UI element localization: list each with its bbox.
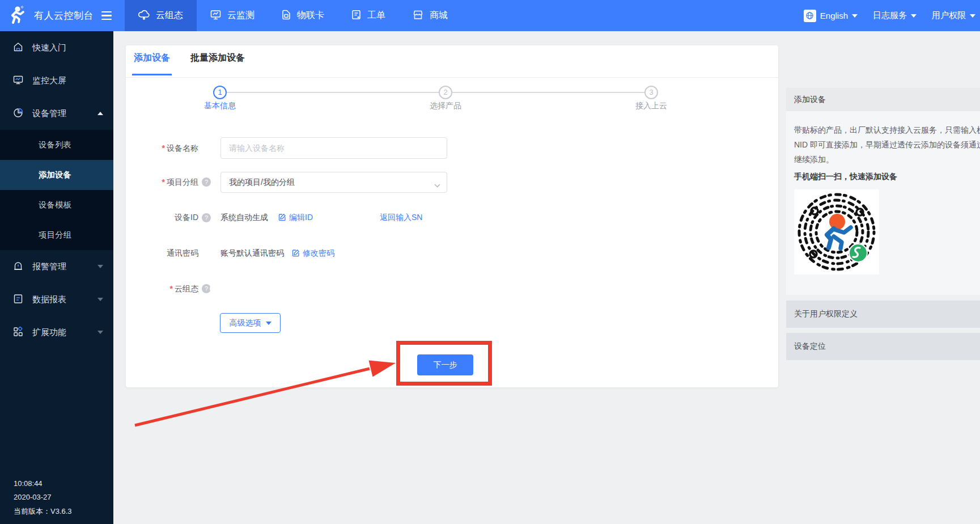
tab-divider [126,77,778,78]
globe-icon [804,10,816,22]
primary-nav: 云组态 云监测 物联卡 [125,0,461,31]
sidebar-item-extensions[interactable]: 扩展功能 [0,316,113,349]
screen: 有人云控制台 云组态 [0,0,980,524]
store-icon [413,10,423,22]
sidebar-item-label: 监控大屏 [32,75,66,86]
nav-item-work-order[interactable]: 工单 [338,0,399,31]
help-panel-title: 添加设备 [786,88,980,111]
back-to-sn-link[interactable]: 返回输入SN [380,213,422,223]
device-id-label: 设备ID [175,213,198,222]
alarm-bell-icon [13,261,23,273]
chevron-down-icon [970,14,975,18]
nav-item-cloud-monitor[interactable]: 云监测 [197,0,268,31]
sidebar: 快速入门 监控大屏 设备管理 设备列表 [0,31,113,524]
language-switcher[interactable]: English [804,10,858,22]
nav-right: English 日志服务 用户权限 [804,10,980,22]
chevron-down-icon [97,298,103,301]
dashboard-icon [13,75,23,87]
chevron-down-icon [266,322,271,325]
sidebar-item-device-template[interactable]: 设备模板 [0,190,113,220]
log-service-label: 日志服务 [873,10,907,21]
edit-pencil-icon [278,213,286,223]
step-circle-2: 2 [439,86,452,99]
version-label: 当前版本：V3.6.3 [14,505,72,519]
sidebar-item-label: 扩展功能 [32,327,66,338]
work-order-icon [351,10,361,22]
panel-device-location[interactable]: 设备定位 [786,333,980,360]
sidebar-item-label: 快速入门 [32,43,66,53]
cloud-scada-icon [138,10,150,22]
sidebar-footer: 10:08:44 2020-03-27 当前版本：V3.6.3 [14,477,72,519]
change-password-link[interactable]: 修改密码 [292,248,334,259]
help-text-line: 继续添加。 [794,152,980,167]
panel-user-permissions[interactable]: 关于用户权限定义 [786,301,980,328]
edit-pencil-icon [292,249,300,259]
nav-item-cloud-scada[interactable]: 云组态 [125,0,197,31]
comm-password-label: 通讯密码 [167,248,198,257]
edit-device-id-link[interactable]: 编辑ID [278,213,313,223]
brand: 有人云控制台 [0,6,113,26]
sidebar-item-monitor-screen[interactable]: 监控大屏 [0,64,113,97]
sidebar-item-quick-start[interactable]: 快速入门 [0,31,113,64]
extensions-grid-icon [13,327,23,339]
chevron-down-icon [911,14,917,18]
sidebar-item-data-reports[interactable]: 数据报表 [0,283,113,316]
top-navbar: 有人云控制台 云组态 [0,0,980,31]
usr-person-logo-icon [8,6,25,26]
page-content: 添加设备 批量添加设备 1 2 3 基本信息 选择产品 接入上云 *设备名称 *… [113,31,980,524]
sim-card-icon [282,10,291,22]
stepper-line [220,92,651,93]
pie-chart-icon [13,108,23,120]
step-label-select-product: 选择产品 [430,101,461,111]
chevron-down-icon [852,14,858,18]
device-id-value: 系统自动生成 [220,213,268,223]
chevron-down-icon [434,180,440,189]
device-name-label: 设备名称 [167,143,198,153]
user-permissions-menu[interactable]: 用户权限 [932,10,975,21]
step-label-basic-info: 基本信息 [204,101,236,111]
sidebar-item-label: 数据报表 [32,294,66,305]
hamburger-menu-icon[interactable] [101,11,112,20]
chevron-down-icon [97,265,103,268]
step-circle-1: 1 [213,86,227,99]
project-group-value: 我的项目/我的分组 [229,178,295,188]
sidebar-item-add-device[interactable]: 添加设备 [0,160,113,190]
cloud-monitor-icon [210,10,221,22]
sidebar-item-label: 报警管理 [32,261,66,272]
sidebar-item-label: 设备管理 [32,108,66,119]
nav-item-label: 商城 [430,10,448,22]
advanced-options-button[interactable]: 高级选项 [220,313,281,333]
nav-item-store[interactable]: 商城 [399,0,461,31]
sidebar-item-alarm-management[interactable]: 报警管理 [0,250,113,283]
step-label-connect-cloud: 接入上云 [635,101,667,111]
sidebar-item-project-group[interactable]: 项目分组 [0,220,113,250]
tab-batch-add-device[interactable]: 批量添加设备 [190,53,245,63]
clock-date: 2020-03-27 [14,491,72,505]
cloud-scada-label: 云组态 [175,284,198,293]
help-panel: 添加设备 带贴标的产品，出厂默认支持接入云服务，只需输入机 NID 即可直接添加… [786,88,980,360]
sidebar-item-device-management[interactable]: 设备管理 [0,97,113,130]
next-step-button[interactable]: 下一步 [417,354,473,375]
nav-item-label: 物联卡 [297,10,324,22]
sidebar-item-device-list[interactable]: 设备列表 [0,130,113,160]
help-icon[interactable]: ? [202,213,211,222]
tab-bar: 添加设备 批量添加设备 [134,53,245,63]
language-label: English [820,11,848,20]
wechat-miniprogram-badge [849,244,867,262]
chevron-down-icon [97,331,103,334]
tab-add-device[interactable]: 添加设备 [134,53,170,63]
device-management-submenu: 设备列表 添加设备 设备模板 项目分组 [0,130,113,250]
comm-password-value: 账号默认通讯密码 [220,248,284,259]
log-service-menu[interactable]: 日志服务 [873,10,917,21]
nav-item-sim-card[interactable]: 物联卡 [268,0,338,31]
user-permissions-label: 用户权限 [932,10,966,21]
add-device-card: 添加设备 批量添加设备 1 2 3 基本信息 选择产品 接入上云 *设备名称 *… [126,45,778,387]
device-name-input[interactable] [220,137,447,159]
help-icon[interactable]: ? [202,178,211,187]
report-icon [13,294,23,306]
chevron-up-icon [97,112,103,115]
nav-item-label: 工单 [367,10,385,22]
scan-qr-hint: 手机端扫一扫，快速添加设备 [794,172,980,182]
required-mark: * [162,143,165,153]
project-group-select[interactable]: 我的项目/我的分组 [220,172,447,193]
